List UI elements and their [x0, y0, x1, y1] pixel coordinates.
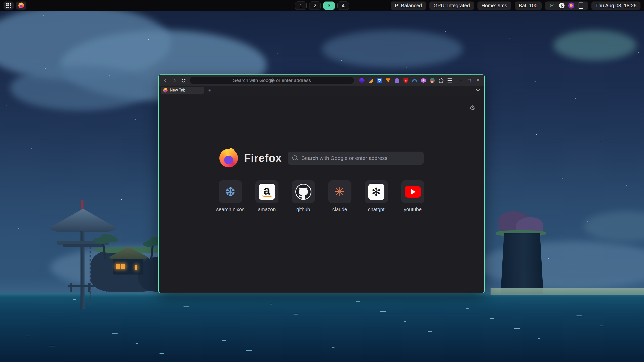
new-tab-button[interactable]: +: [207, 87, 213, 94]
ublock-origin-extension-icon[interactable]: u: [403, 78, 409, 83]
firefox-navbar: Search with Google or enter address 🛡 u …: [159, 75, 484, 86]
newtab-hero: Firefox: [159, 149, 484, 167]
ping-status: Home: 9ms: [477, 2, 511, 10]
desktop: 1 2 3 4 P: Balanced GPU: Integrated Home…: [0, 0, 644, 362]
bluetooth-icon[interactable]: [559, 3, 565, 9]
newtab-page: ⚙ Firefox ❆ search.nixos a amazon: [159, 95, 484, 293]
firefox-wordmark: Firefox: [244, 152, 282, 164]
reload-button[interactable]: [179, 77, 187, 84]
shortcut-github[interactable]: github: [292, 180, 315, 212]
firefox-tabbar: New Tab +: [159, 86, 484, 95]
power-profile-status: P: Balanced: [391, 2, 426, 10]
phone-icon[interactable]: [578, 3, 584, 9]
shortcut-search-nixos[interactable]: ❆ search.nixos: [219, 180, 242, 212]
forward-button[interactable]: [170, 77, 178, 84]
firefox-launcher-button[interactable]: [16, 2, 26, 10]
newtab-search-input[interactable]: [288, 152, 424, 165]
extension-buttons: 🛡 u ✳: [359, 78, 453, 83]
metamask-extension-icon[interactable]: [385, 78, 391, 83]
purple-gem-extension-icon[interactable]: [359, 78, 365, 83]
system-tray: ✂: [545, 2, 588, 10]
nixos-snowflake-icon: ❆: [225, 185, 235, 199]
firefox-icon: [18, 3, 24, 8]
wallpaper-cloud: [553, 30, 636, 60]
newtab-search: [288, 152, 424, 165]
tab-list-chevron-down-icon[interactable]: [476, 88, 480, 93]
wallpaper-cloud: [10, 65, 151, 111]
ghostery-extension-icon[interactable]: [394, 78, 400, 83]
shortcut-label: chatgpt: [368, 207, 385, 212]
darkreader-extension-icon[interactable]: [368, 78, 373, 83]
tab-new-tab[interactable]: New Tab: [161, 87, 204, 94]
minimize-button[interactable]: –: [457, 77, 465, 84]
scissors-icon[interactable]: ✂: [549, 3, 555, 9]
workspace-3-button-active[interactable]: 3: [323, 2, 335, 10]
tab-label: New Tab: [170, 88, 185, 93]
workspace-switcher: 1 2 3 4: [295, 0, 349, 11]
firefox-window: Search with Google or enter address 🛡 u …: [158, 74, 485, 293]
wallpaper-cliff: [493, 211, 558, 294]
wallpaper-beach: [491, 288, 644, 295]
shortcut-label: youtube: [404, 207, 422, 212]
shortcut-claude[interactable]: ✳ claude: [328, 180, 351, 212]
vpn-arc-extension-icon[interactable]: [412, 78, 417, 83]
url-bar[interactable]: Search with Google or enter address: [190, 77, 354, 84]
firefox-favicon: [163, 88, 168, 93]
workspace-1-button[interactable]: 1: [295, 2, 307, 10]
text-caret: [272, 78, 272, 83]
shortcut-amazon[interactable]: a amazon: [255, 180, 278, 212]
firefox-logo: [219, 149, 238, 167]
status-area: P: Balanced GPU: Integrated Home: 9ms Ba…: [391, 2, 640, 10]
back-button[interactable]: [161, 77, 169, 84]
app-launcher-button[interactable]: [4, 2, 14, 10]
github-octocat-icon: [295, 184, 311, 200]
shortcut-chatgpt[interactable]: ✻ chatgpt: [365, 180, 388, 212]
claude-starburst-icon: ✳: [335, 185, 345, 199]
close-button[interactable]: ✕: [474, 77, 482, 84]
youtube-play-icon: [405, 186, 421, 198]
amazon-icon: a: [259, 184, 275, 200]
wallpaper-ocean: [0, 293, 644, 362]
menu-button[interactable]: [447, 78, 453, 83]
shortcut-label: github: [296, 207, 310, 212]
shortcut-tiles: ❆ search.nixos a amazon github ✳ claude …: [159, 180, 484, 212]
avatar-glasses-extension-icon[interactable]: [429, 78, 435, 83]
app-grid-icon: [6, 3, 11, 8]
window-controls: – □ ✕: [457, 77, 482, 84]
gpu-status: GPU: Integrated: [429, 2, 474, 10]
openai-knot-icon: ✻: [368, 184, 384, 200]
personalize-gear-icon[interactable]: ⚙: [469, 104, 475, 112]
shortcut-label: amazon: [258, 207, 276, 212]
workspace-4-button[interactable]: 4: [337, 2, 349, 10]
shortcut-label: claude: [332, 207, 347, 212]
bitwarden-extension-icon[interactable]: 🛡: [377, 78, 382, 83]
clock[interactable]: Thu Aug 08, 18:26: [591, 2, 640, 10]
extensions-puzzle-button[interactable]: [438, 78, 444, 83]
search-icon: [292, 155, 297, 160]
maximize-button[interactable]: □: [466, 77, 473, 84]
purple-hexagon-extension-icon[interactable]: ✳: [421, 78, 426, 83]
shortcut-label: search.nixos: [216, 207, 244, 212]
top-status-bar: 1 2 3 4 P: Balanced GPU: Integrated Home…: [0, 0, 644, 11]
flameshot-icon[interactable]: [568, 3, 574, 9]
workspace-2-button[interactable]: 2: [309, 2, 321, 10]
wallpaper-cloud: [322, 30, 463, 68]
shortcut-youtube[interactable]: youtube: [401, 180, 424, 212]
battery-status: Bat: 100: [515, 2, 542, 10]
